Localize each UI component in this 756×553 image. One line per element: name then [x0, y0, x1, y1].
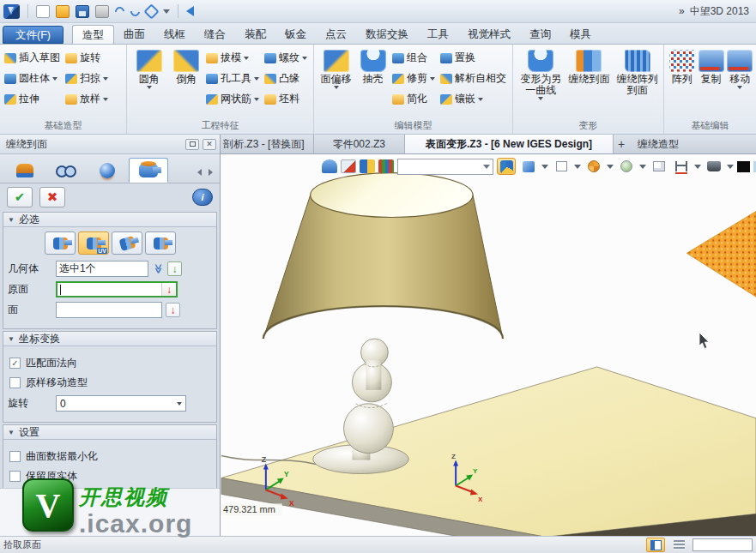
resolve-self-intersection-button[interactable]: 解析自相交	[439, 70, 507, 87]
panel-tab-visualize[interactable]	[46, 158, 86, 183]
stock-button[interactable]: 坯料	[263, 91, 308, 107]
face-pick-icon[interactable]: ↓	[166, 303, 180, 317]
lamp-stem[interactable]	[313, 339, 409, 473]
new-document-icon[interactable]	[36, 5, 50, 18]
wrap-to-face-button[interactable]: 缠绕到面	[565, 48, 613, 85]
file-menu-button[interactable]: 文件(F)	[3, 26, 64, 44]
ok-button[interactable]: ✔	[7, 187, 33, 207]
solids-icon[interactable]	[360, 159, 375, 173]
columns-icon[interactable]	[378, 159, 394, 173]
insert-sketch-button[interactable]: 插入草图	[3, 50, 61, 66]
scroll-right-icon[interactable]	[209, 169, 213, 176]
match-normal-checkbox-row[interactable]: ✓ 匹配面法向	[9, 356, 211, 370]
undo-icon[interactable]	[113, 4, 126, 17]
document-tab-part002[interactable]: 零件002.Z3	[314, 135, 405, 153]
regenerate-icon[interactable]	[143, 3, 159, 19]
new-tab-button[interactable]: +	[614, 135, 629, 153]
viewport-canvas[interactable]: Z Y X Z Y X 479.321 mm	[221, 154, 756, 536]
mesh-target-face[interactable]	[686, 212, 756, 298]
dropdown-arrow[interactable]	[103, 98, 108, 101]
loft-button[interactable]: 放样	[64, 91, 109, 107]
dropdown-arrow[interactable]	[103, 77, 108, 81]
dropdown-arrow[interactable]	[430, 77, 435, 81]
rib-button[interactable]: 网状筋	[205, 91, 260, 107]
simplify-button[interactable]: 简化	[391, 91, 436, 107]
keep-original-checkbox[interactable]	[9, 471, 21, 482]
dropdown-arrow[interactable]	[574, 165, 581, 169]
expand-chevron-icon[interactable]: ≫	[153, 263, 164, 275]
view-combo[interactable]	[397, 159, 493, 175]
tab-wireframe[interactable]: 线框	[154, 25, 195, 44]
shade-top-opening[interactable]	[311, 173, 473, 218]
document-tab-anatomy[interactable]: 剖析.Z3 - [替换面]	[221, 135, 314, 153]
panel-tab-render[interactable]	[88, 158, 127, 183]
inlay-button[interactable]: 镶嵌	[439, 91, 507, 107]
minimize-surface-checkbox-row[interactable]: 曲面数据最小化	[9, 449, 211, 464]
tab-pointcloud[interactable]: 点云	[316, 25, 356, 44]
viewport-layout-button[interactable]	[650, 158, 668, 175]
section-settings-header[interactable]: ▼ 设置	[3, 425, 216, 440]
hole-button[interactable]: 孔工具	[205, 70, 260, 87]
mode-wrap-curve-button[interactable]	[145, 231, 176, 255]
display-mode-button[interactable]	[705, 158, 723, 175]
table-solid[interactable]	[221, 367, 756, 536]
dropdown-arrow[interactable]	[334, 86, 339, 89]
trim-button[interactable]: 修剪	[391, 70, 436, 87]
status-list-toggle[interactable]	[669, 538, 688, 552]
dialog-restore-button[interactable]	[185, 139, 199, 150]
minimize-surface-checkbox[interactable]	[9, 451, 21, 462]
replace-button[interactable]: 置换	[439, 50, 507, 66]
mode-wrap-bend-button[interactable]	[112, 231, 142, 255]
revolve-button[interactable]: 旋转	[64, 50, 109, 66]
zw3d-logo-icon[interactable]	[3, 4, 20, 19]
dropdown-arrow[interactable]	[607, 165, 614, 169]
cylinder-button[interactable]: 圆柱体	[3, 70, 61, 87]
rotate-view-button[interactable]	[497, 158, 516, 175]
dialog-close-button[interactable]: ✕	[203, 139, 216, 150]
tab-stitch[interactable]: 缝合	[195, 25, 235, 44]
tab-assembly[interactable]: 装配	[235, 25, 275, 44]
cancel-button[interactable]: ✖	[39, 187, 65, 207]
rotation-combo[interactable]: 0	[56, 395, 186, 412]
dropdown-arrow[interactable]	[254, 98, 259, 101]
pattern-button[interactable]: 阵列	[668, 48, 697, 85]
fillet-button[interactable]: 圆角	[130, 48, 168, 89]
copy-button[interactable]: 复制	[697, 48, 726, 85]
scroll-left-icon[interactable]	[197, 169, 202, 176]
source-face-pick-icon[interactable]: ↓	[161, 283, 176, 296]
shaded-view-button[interactable]	[519, 158, 538, 175]
open-file-icon[interactable]	[56, 5, 70, 18]
tab-data-exchange[interactable]: 数据交换	[356, 25, 418, 44]
tab-sheetmetal[interactable]: 钣金	[275, 25, 316, 44]
mode-wrap-rigid-button[interactable]	[45, 231, 76, 255]
combo-arrow-icon[interactable]	[177, 402, 182, 406]
dropdown-arrow[interactable]	[727, 165, 734, 169]
combo-arrow-icon[interactable]	[483, 165, 490, 169]
source-face-input[interactable]: ↓	[56, 281, 178, 298]
viewport[interactable]: Z Y X Z Y X 479.321 mm	[221, 154, 756, 536]
tab-mold[interactable]: 模具	[560, 25, 601, 44]
tab-visual-style[interactable]: 视觉样式	[458, 25, 520, 44]
section-transform-header[interactable]: ▼ 坐标变换	[3, 332, 216, 346]
status-input-box[interactable]	[692, 538, 753, 551]
chamfer-button[interactable]: 倒角	[168, 48, 206, 85]
dropdown-arrow[interactable]	[541, 165, 548, 169]
morph-to-curve-button[interactable]: 变形为另一曲线	[517, 48, 565, 100]
shell-button[interactable]: 抽壳	[354, 48, 391, 85]
lip-button[interactable]: 凸缘	[263, 70, 308, 87]
move-as-is-checkbox[interactable]	[9, 377, 21, 388]
document-tab-wrap-partial[interactable]: 缠绕造型	[629, 135, 687, 153]
redo-icon[interactable]	[129, 4, 142, 17]
dropdown-arrow[interactable]	[694, 165, 701, 169]
render-mode-button[interactable]	[617, 158, 636, 175]
qat-dropdown-icon[interactable]	[163, 9, 170, 14]
tab-surface[interactable]: 曲面	[114, 25, 154, 44]
dropdown-arrow[interactable]	[302, 57, 307, 60]
dropdown-arrow[interactable]	[254, 77, 259, 81]
media-icon[interactable]	[186, 6, 194, 16]
wireframe-view-button[interactable]	[552, 158, 571, 175]
section-view-button[interactable]	[584, 158, 603, 175]
dropdown-arrow[interactable]	[52, 77, 57, 81]
sweep-button[interactable]: 扫掠	[64, 70, 109, 87]
face-input[interactable]	[56, 302, 162, 318]
